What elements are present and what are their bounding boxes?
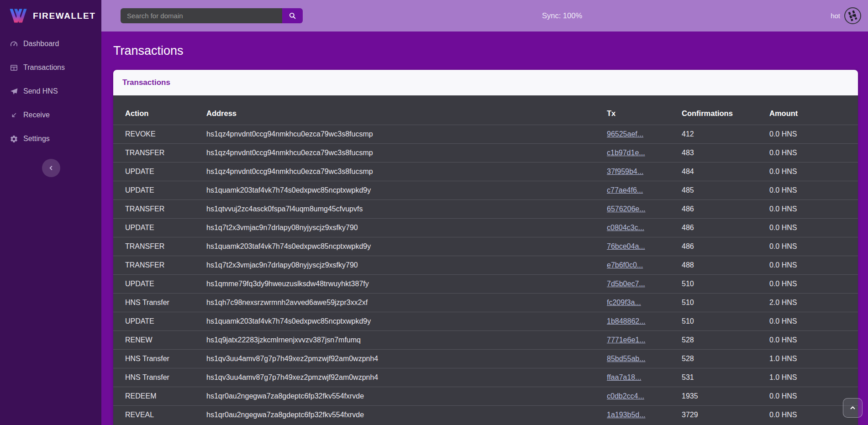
cell-action: UPDATE: [113, 312, 206, 331]
send-plane-icon: [9, 87, 18, 96]
sidebar-collapse-button[interactable]: [42, 159, 60, 177]
cell-address: hs1qv3uu4amv87g7p7h49xez2pmzwjf92am0wzpn…: [206, 368, 607, 387]
cell-address: hs1q9jatx22283jzkcmlrnenjxvvzv387jsn7mfu…: [206, 331, 607, 349]
tx-link[interactable]: 7771e6e1...: [607, 336, 646, 344]
cell-address: hs1qz4pnvdnt0ccg94nmkhcu0ezca79wc3s8fucs…: [206, 125, 607, 143]
table-row: REVEALhs1qr0au2ngegwa7za8gdeptc6fp32fkv5…: [113, 405, 858, 424]
cell-confirmations: 510: [682, 274, 769, 293]
tx-link[interactable]: c0db2cc4...: [607, 392, 644, 400]
table-row: TRANSFERhs1q7t2x3vmjac9n7drlapy08nyjyscj…: [113, 256, 858, 274]
cell-tx: ffaa7a18...: [607, 368, 682, 387]
tx-link[interactable]: 7d5b0ec7...: [607, 280, 645, 288]
cell-action: REVOKE: [113, 125, 206, 143]
tx-link[interactable]: 37f959b4...: [607, 168, 643, 175]
column-header-tx: Tx: [607, 95, 682, 125]
cell-action: UPDATE: [113, 218, 206, 237]
wallet-indicator: hot: [831, 7, 868, 24]
settings-gear-icon: [9, 134, 18, 143]
tx-link[interactable]: 85bd55ab...: [607, 355, 646, 362]
cell-confirmations: 485: [682, 181, 769, 199]
cell-action: UPDATE: [113, 274, 206, 293]
table-row: UPDATEhs1quamk203taf4vk7h74s0edxpwc85ncp…: [113, 312, 858, 331]
cell-amount: 0.0 HNS: [769, 331, 858, 349]
cell-tx: c0804c3c...: [607, 218, 682, 237]
cell-confirmations: 486: [682, 218, 769, 237]
sidebar-item-transactions[interactable]: Transactions: [0, 61, 101, 74]
sidebar-item-receive[interactable]: Receive: [0, 109, 101, 121]
sidebar-item-settings[interactable]: Settings: [0, 132, 101, 145]
cell-confirmations: 528: [682, 331, 769, 349]
cell-action: TRANSFER: [113, 199, 206, 218]
chevron-up-icon: [849, 404, 857, 412]
cell-confirmations: 528: [682, 349, 769, 368]
cell-confirmations: 531: [682, 368, 769, 387]
tx-link[interactable]: c1b97d1e...: [607, 149, 645, 157]
cell-tx: 96525aef...: [607, 125, 682, 143]
cell-tx: 85bd55ab...: [607, 349, 682, 368]
cell-amount: 0.0 HNS: [769, 181, 858, 199]
cell-address: hs1qh7c98nexsrzwrmnh2avved6awe59jzpr3xx2…: [206, 293, 607, 312]
cell-confirmations: 510: [682, 312, 769, 331]
cell-amount: 0.0 HNS: [769, 218, 858, 237]
sidebar: FIREWALLET Dashboard Transactions: [0, 0, 101, 425]
cell-action: UPDATE: [113, 162, 206, 181]
search-button[interactable]: [282, 8, 303, 23]
cell-action: REVEAL: [113, 405, 206, 424]
search-input[interactable]: [121, 8, 282, 23]
table-row: HNS Transferhs1qv3uu4amv87g7p7h49xez2pmz…: [113, 368, 858, 387]
sidebar-item-send-hns[interactable]: Send HNS: [0, 85, 101, 98]
tx-link[interactable]: c77ae4f6...: [607, 186, 643, 194]
table-row: UPDATEhs1q7t2x3vmjac9n7drlapy08nyjyscjz9…: [113, 218, 858, 237]
transactions-table-icon: [9, 63, 18, 72]
tx-link[interactable]: 1b848862...: [607, 317, 646, 325]
cell-address: hs1quamk203taf4vk7h74s0edxpwc85ncptxwpkd…: [206, 312, 607, 331]
cell-tx: 76bce04a...: [607, 237, 682, 256]
column-header-address: Address: [206, 95, 607, 125]
cell-tx: c1b97d1e...: [607, 143, 682, 162]
cell-tx: 6576206e...: [607, 199, 682, 218]
cell-amount: 0.0 HNS: [769, 162, 858, 181]
wallet-name: hot: [831, 12, 840, 20]
transactions-card: Transactions Action Address Tx Confirmat…: [113, 70, 858, 425]
cell-amount: 0.0 HNS: [769, 125, 858, 143]
cell-address: hs1qv3uu4amv87g7p7h49xez2pmzwjf92am0wzpn…: [206, 349, 607, 368]
table-wrap: Action Address Tx Confirmations Amount R…: [113, 95, 858, 425]
table-header-row: Action Address Tx Confirmations Amount: [113, 95, 858, 125]
cell-address: hs1quamk203taf4vk7h74s0edxpwc85ncptxwpkd…: [206, 181, 607, 199]
cell-amount: 2.0 HNS: [769, 293, 858, 312]
cell-tx: 37f959b4...: [607, 162, 682, 181]
table-row: RENEWhs1q9jatx22283jzkcmlrnenjxvvzv387js…: [113, 331, 858, 349]
table-row: TRANSFERhs1qtvvuj2zc4asck0fspa7l4uqm8umg…: [113, 199, 858, 218]
tx-link[interactable]: fc209f3a...: [607, 299, 641, 306]
cell-tx: e7b6f0c0...: [607, 256, 682, 274]
tx-link[interactable]: 6576206e...: [607, 205, 646, 213]
handshake-logo-icon[interactable]: [844, 7, 861, 24]
tx-link[interactable]: ffaa7a18...: [607, 373, 641, 381]
table-row: REVOKEhs1qz4pnvdnt0ccg94nmkhcu0ezca79wc3…: [113, 125, 858, 143]
topbar: Sync: 100% hot: [101, 0, 868, 31]
cell-amount: 0.0 HNS: [769, 199, 858, 218]
cell-amount: 0.0 HNS: [769, 143, 858, 162]
cell-amount: 1.0 HNS: [769, 368, 858, 387]
cell-action: HNS Transfer: [113, 368, 206, 387]
column-header-action: Action: [113, 95, 206, 125]
search-icon: [288, 11, 297, 20]
scroll-top-button[interactable]: [843, 398, 863, 418]
tx-link[interactable]: 1a193b5d...: [607, 411, 646, 419]
tx-link[interactable]: 76bce04a...: [607, 242, 645, 250]
cell-action: HNS Transfer: [113, 349, 206, 368]
tx-link[interactable]: c0804c3c...: [607, 224, 644, 231]
sidebar-item-dashboard[interactable]: Dashboard: [0, 37, 101, 50]
sidebar-item-label: Settings: [23, 135, 50, 143]
card-header: Transactions: [113, 70, 858, 95]
tx-link[interactable]: 96525aef...: [607, 130, 643, 138]
cell-confirmations: 488: [682, 256, 769, 274]
table-row: UPDATEhs1quamk203taf4vk7h74s0edxpwc85ncp…: [113, 181, 858, 199]
table-row: HNS Transferhs1qh7c98nexsrzwrmnh2avved6a…: [113, 293, 858, 312]
cell-confirmations: 510: [682, 293, 769, 312]
sidebar-item-label: Receive: [23, 111, 50, 119]
tx-link[interactable]: e7b6f0c0...: [607, 261, 643, 269]
cell-confirmations: 412: [682, 125, 769, 143]
receive-arrow-icon: [9, 110, 18, 120]
cell-address: hs1qz4pnvdnt0ccg94nmkhcu0ezca79wc3s8fucs…: [206, 143, 607, 162]
